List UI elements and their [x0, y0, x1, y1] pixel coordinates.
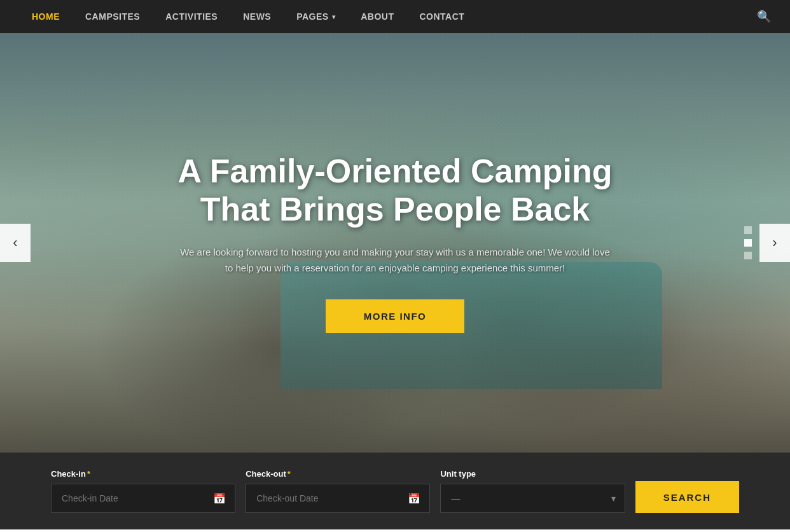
nav-link-activities[interactable]: ACTIVITIES [153, 0, 230, 33]
nav-item-pages[interactable]: PAGES ▾ [284, 0, 348, 33]
carousel-dot-2[interactable] [744, 239, 752, 247]
pages-chevron-icon: ▾ [332, 13, 336, 20]
checkin-input[interactable] [52, 484, 213, 512]
navbar: HOME CAMPSITES ACTIVITIES NEWS PAGES ▾ A… [0, 0, 790, 33]
nav-link-about[interactable]: ABOUT [348, 0, 406, 33]
search-bar: Check-in* 📅 Check-out* 📅 Unit type — Ten… [0, 453, 790, 529]
unit-type-field: Unit type — Tent RV Cabin ▾ [440, 469, 625, 513]
unit-type-label: Unit type [440, 469, 625, 479]
checkout-input[interactable] [246, 484, 408, 512]
nav-item-campsites[interactable]: CAMPSITES [73, 0, 153, 33]
nav-link-contact[interactable]: CONTACT [406, 0, 477, 33]
nav-link-home[interactable]: HOME [19, 0, 73, 33]
unit-type-select-wrapper: — Tent RV Cabin ▾ [440, 484, 625, 513]
chevron-left-icon: ‹ [13, 235, 17, 251]
checkin-label: Check-in* [51, 469, 235, 479]
checkin-calendar-icon: 📅 [213, 493, 235, 505]
hero-section: ‹ A Family-Oriented Camping That Brings … [0, 33, 790, 453]
checkout-input-wrapper: 📅 [246, 484, 430, 513]
nav-item-home[interactable]: HOME [19, 0, 73, 33]
nav-link-news[interactable]: NEWS [230, 0, 284, 33]
nav-item-activities[interactable]: ACTIVITIES [153, 0, 230, 33]
chevron-right-icon: › [772, 235, 777, 251]
more-info-button[interactable]: MORE INFO [326, 299, 465, 333]
nav-link-campsites[interactable]: CAMPSITES [73, 0, 153, 33]
hero-subtitle: We are looking forward to hosting you an… [179, 244, 611, 276]
nav-item-news[interactable]: NEWS [230, 0, 284, 33]
checkout-required: * [288, 469, 291, 479]
checkin-required: * [87, 469, 90, 479]
search-button[interactable]: SEARCH [635, 481, 739, 513]
checkout-calendar-icon: 📅 [408, 493, 429, 505]
nav-item-contact[interactable]: CONTACT [406, 0, 477, 33]
checkout-label: Check-out* [246, 469, 430, 479]
carousel-prev-button[interactable]: ‹ [0, 224, 31, 262]
nav-links: HOME CAMPSITES ACTIVITIES NEWS PAGES ▾ A… [19, 0, 477, 33]
nav-link-pages[interactable]: PAGES ▾ [284, 0, 348, 33]
checkin-input-wrapper: 📅 [51, 484, 235, 513]
unit-type-select[interactable]: — Tent RV Cabin [441, 484, 624, 512]
search-icon[interactable]: 🔍 [757, 10, 771, 24]
hero-content: A Family-Oriented Camping That Brings Pe… [141, 153, 649, 333]
nav-item-about[interactable]: ABOUT [348, 0, 406, 33]
hero-title: A Family-Oriented Camping That Brings Pe… [166, 153, 624, 229]
carousel-next-button[interactable]: › [759, 224, 790, 262]
carousel-dots [744, 226, 752, 259]
carousel-dot-3[interactable] [744, 252, 752, 259]
checkin-field: Check-in* 📅 [51, 469, 235, 513]
carousel-dot-1[interactable] [744, 226, 752, 234]
checkout-field: Check-out* 📅 [246, 469, 430, 513]
